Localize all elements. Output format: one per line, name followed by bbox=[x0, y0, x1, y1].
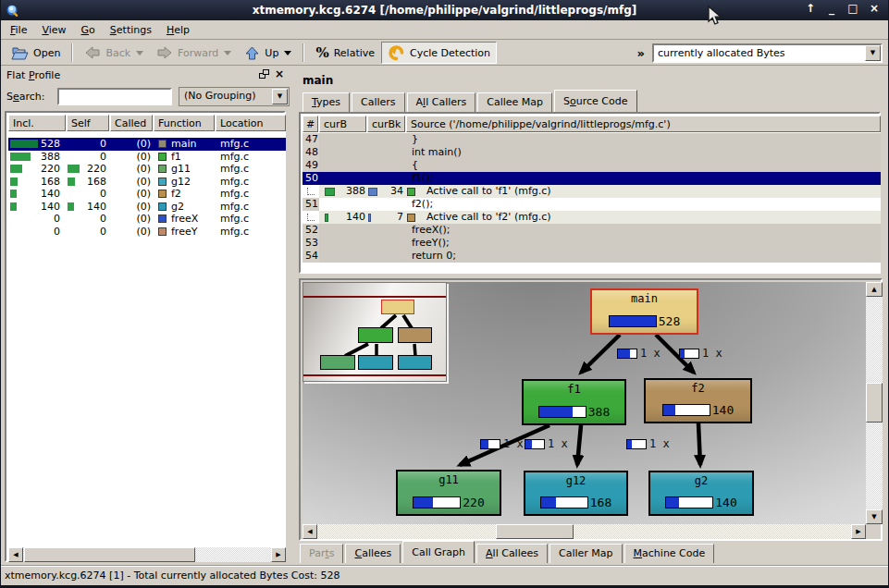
graph-hscrollbar[interactable]: ◀ ▶ bbox=[303, 524, 866, 539]
scroll-left-icon[interactable]: ◀ bbox=[303, 524, 317, 539]
minimize-button[interactable]: _ bbox=[825, 2, 838, 15]
tab-all-callers[interactable]: All Callers bbox=[407, 92, 476, 112]
tree-branch-icon bbox=[307, 214, 315, 221]
tab-call-graph[interactable]: Call Graph bbox=[402, 541, 475, 563]
col-header-source[interactable]: Source ('/home/philippe/valgrind/littlep… bbox=[406, 116, 881, 132]
graph-node-g11[interactable]: g11 220 bbox=[396, 470, 501, 516]
chevron-down-icon[interactable]: ▼ bbox=[272, 89, 288, 104]
dock-title: Flat Profile bbox=[6, 69, 60, 81]
tab-parts[interactable]: Parts bbox=[300, 544, 343, 563]
flat-profile-dock: Flat Profile × Search: (No Grouping) ▼ I… bbox=[3, 67, 288, 564]
open-button[interactable]: Open bbox=[5, 42, 67, 64]
tab-callers[interactable]: Callers bbox=[352, 92, 405, 112]
table-row-freeY[interactable]: 0 0 (0) freeY mfg.c bbox=[8, 226, 286, 239]
back-button[interactable]: Back bbox=[78, 42, 150, 64]
float-dock-icon[interactable] bbox=[259, 69, 269, 79]
search-input[interactable] bbox=[57, 88, 172, 105]
up-button[interactable]: Up bbox=[238, 42, 298, 64]
source-line-48[interactable]: 48 int main() bbox=[303, 146, 881, 159]
tab-all-callees[interactable]: All Callees bbox=[476, 544, 548, 563]
close-button[interactable]: × bbox=[868, 2, 881, 15]
source-line-51[interactable]: 51 f2(); bbox=[303, 198, 881, 211]
source-line-54[interactable]: 54 return 0; bbox=[303, 250, 881, 263]
table-row-f1[interactable]: 388 0 (0) f1 mfg.c bbox=[8, 151, 286, 164]
forward-arrow-icon bbox=[156, 45, 173, 60]
status-bar: xtmemory.kcg.6274 [1] - Total currently … bbox=[1, 565, 888, 585]
title-bar[interactable]: xtmemory.kcg.6274 [/home/philippe/valgri… bbox=[1, 0, 888, 20]
scroll-left-icon[interactable]: ◀ bbox=[8, 547, 23, 562]
scroll-up-icon[interactable]: ▲ bbox=[866, 282, 883, 297]
col-header-curB[interactable]: curB bbox=[319, 116, 366, 132]
graph-node-f1[interactable]: f1 388 bbox=[522, 379, 626, 425]
grouping-select[interactable]: (No Grouping) ▼ bbox=[179, 87, 290, 106]
back-dropdown-icon[interactable] bbox=[136, 51, 143, 59]
back-arrow-icon bbox=[84, 45, 101, 60]
col-header-called[interactable]: Called bbox=[110, 115, 153, 131]
tab-callee-map[interactable]: Callee Map bbox=[477, 92, 552, 112]
graph-node-g2[interactable]: g2 140 bbox=[648, 471, 754, 516]
menu-file[interactable]: File bbox=[3, 21, 34, 39]
graph-vscrollbar[interactable]: ▲ ▼ bbox=[866, 282, 883, 524]
source-line-49[interactable]: 49 { bbox=[303, 159, 881, 172]
menu-view[interactable]: View bbox=[34, 21, 73, 39]
menu-help[interactable]: Help bbox=[159, 21, 197, 39]
menu-settings[interactable]: Settings bbox=[103, 21, 159, 39]
maximize-button[interactable]: □ bbox=[846, 2, 859, 15]
graph-node-f2[interactable]: f2 140 bbox=[644, 378, 752, 423]
back-label: Back bbox=[105, 47, 130, 59]
scrollbar-thumb[interactable] bbox=[866, 383, 883, 423]
table-row-g11[interactable]: 220 220 (0) g11 mfg.c bbox=[8, 163, 286, 176]
menu-go[interactable]: Go bbox=[74, 21, 103, 39]
close-dock-icon[interactable]: × bbox=[275, 69, 284, 79]
tab-types[interactable]: Types bbox=[303, 92, 350, 112]
table-row-g2[interactable]: 140 140 (0) g2 mfg.c bbox=[8, 201, 286, 214]
search-label: Search: bbox=[6, 91, 45, 103]
col-header-location[interactable]: Location bbox=[216, 115, 286, 131]
col-header-line-number[interactable]: # bbox=[303, 116, 318, 132]
toolbar-overflow-chevron[interactable]: » bbox=[637, 46, 645, 60]
table-row-freeX[interactable]: 0 0 (0) freeX mfg.c bbox=[8, 213, 286, 226]
event-type-select[interactable]: currently allocated Bytes ▼ bbox=[652, 43, 883, 63]
cycle-detection-button[interactable]: Cycle Detection bbox=[381, 42, 497, 64]
graph-overview-minimap[interactable] bbox=[303, 282, 447, 382]
flat-profile-hscrollbar[interactable]: ◀ ▶ bbox=[8, 547, 286, 562]
col-header-curBk[interactable]: curBk bbox=[367, 116, 405, 132]
table-row-g12[interactable]: 168 168 (0) g12 mfg.c bbox=[8, 176, 286, 189]
col-header-incl[interactable]: Incl. bbox=[8, 115, 66, 131]
graph-node-main[interactable]: main 528 bbox=[590, 288, 698, 335]
tab-caller-map[interactable]: Caller Map bbox=[549, 544, 623, 563]
forward-button[interactable]: Forward bbox=[150, 42, 238, 64]
open-label: Open bbox=[33, 47, 60, 59]
table-row-f2[interactable]: 140 0 (0) f2 mfg.c bbox=[8, 188, 286, 201]
chevron-down-icon[interactable]: ▼ bbox=[865, 45, 881, 61]
tab-callees[interactable]: Callees bbox=[345, 544, 401, 563]
forward-dropdown-icon[interactable] bbox=[224, 51, 231, 59]
source-line-52[interactable]: 52 freeX(); bbox=[303, 224, 881, 237]
tab-source-code[interactable]: Source Code bbox=[554, 90, 636, 112]
table-row-main[interactable]: 528 0 (0) main mfg.c bbox=[8, 138, 286, 151]
col-header-self[interactable]: Self bbox=[67, 115, 109, 131]
source-call-row-f1[interactable]: 388 34 Active call to 'f1' (mfg.c) bbox=[303, 185, 881, 198]
scrollbar-thumb[interactable] bbox=[24, 547, 195, 562]
call-graph-canvas[interactable]: main 528 f1 388 f2 140 g11 220 g12 168 g… bbox=[303, 282, 866, 524]
scroll-down-icon[interactable]: ▼ bbox=[866, 509, 883, 524]
keep-above-button[interactable]: ↑ bbox=[804, 2, 817, 15]
source-call-row-f2[interactable]: 140 7 Active call to 'f2' (mfg.c) bbox=[303, 211, 881, 224]
source-line-50-selected[interactable]: 50 f1(); bbox=[303, 172, 881, 185]
up-label: Up bbox=[265, 47, 278, 59]
graph-node-g12[interactable]: g12 168 bbox=[524, 471, 628, 516]
edge-label-main-f1: 1 x bbox=[617, 347, 661, 360]
edge-label-f2-g2: 1 x bbox=[626, 437, 670, 450]
relative-toggle-button[interactable]: % Relative bbox=[309, 42, 381, 64]
source-line-53[interactable]: 53 freeY(); bbox=[303, 237, 881, 250]
scrollbar-thumb[interactable] bbox=[496, 524, 574, 539]
scroll-right-icon[interactable]: ▶ bbox=[271, 547, 286, 562]
scroll-right-icon[interactable]: ▶ bbox=[851, 524, 866, 539]
app-window: xtmemory.kcg.6274 [/home/philippe/valgri… bbox=[0, 0, 889, 588]
up-dropdown-icon[interactable] bbox=[284, 51, 291, 59]
source-line-47[interactable]: 47 } bbox=[303, 133, 881, 146]
dock-title-bar[interactable]: Flat Profile × bbox=[3, 67, 288, 85]
col-header-function[interactable]: Function bbox=[154, 115, 215, 131]
tab-machine-code[interactable]: Machine Code bbox=[624, 544, 715, 563]
mini-node-g11 bbox=[320, 355, 355, 370]
